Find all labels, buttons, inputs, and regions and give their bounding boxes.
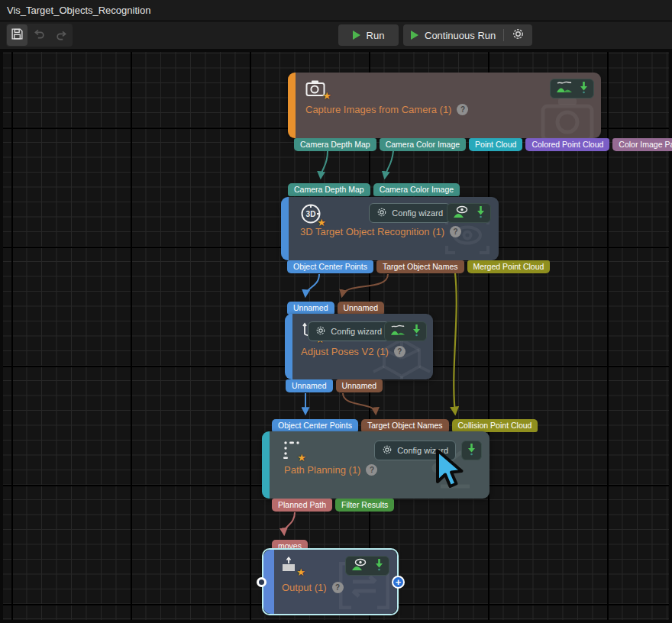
star-badge-icon: ★ [296, 567, 305, 578]
node-color-bar [262, 431, 270, 499]
port-in-unnamed-2[interactable]: Unnamed [338, 302, 385, 315]
help-badge[interactable]: ? [450, 226, 461, 237]
node-output[interactable]: ★ Output (1) ? + [263, 550, 397, 614]
adjust-input-ports: Unnamed Unnamed [287, 302, 384, 315]
help-badge[interactable]: ? [394, 346, 405, 357]
node-title-label: Capture Images from Camera (1) [305, 104, 451, 115]
run-button[interactable]: Run [338, 24, 399, 46]
mouse-cursor [432, 448, 472, 499]
node-title-label: Adjust Poses V2 (1) [301, 346, 389, 357]
save-button[interactable] [7, 24, 27, 46]
recognition-output-ports: Object Center Points Target Object Names… [287, 260, 550, 273]
port-object-center-points[interactable]: Object Center Points [287, 260, 373, 273]
adjust-output-ports: Unnamed Unnamed [286, 379, 383, 392]
wire-target-object-names[interactable] [342, 274, 388, 295]
file-history-button-group [6, 24, 73, 47]
wire-planned-path[interactable] [284, 512, 295, 534]
svg-text:3D: 3D [306, 210, 316, 218]
download-result-icon[interactable] [375, 558, 383, 574]
node-action-group [345, 556, 389, 576]
run-button-label: Run [367, 30, 385, 41]
gear-icon [376, 207, 387, 219]
toolbar: Run Continuous Run [0, 21, 672, 49]
node-body: ★ Output (1) ? [274, 550, 397, 614]
node-body: ★ Capture Images from Camera (1) ? [296, 73, 601, 138]
capture-output-ports: Camera Depth Map Camera Color Image Poin… [294, 138, 672, 151]
node-color-bar [288, 73, 296, 138]
path-planning-input-ports: Object Center Points Target Object Names… [272, 419, 538, 432]
wire-unnamed-brown[interactable] [343, 393, 376, 413]
divider [503, 29, 504, 41]
port-in-collision-point-cloud[interactable]: Collision Point Cloud [452, 419, 538, 432]
recognition-input-ports: Camera Depth Map Camera Color Image [288, 183, 460, 196]
help-badge[interactable]: ? [366, 464, 377, 476]
wire-merged-point-cloud[interactable] [454, 273, 456, 413]
window-titlebar: Vis_Target_Objects_Recognition [0, 0, 672, 21]
config-wizard-label: Config wizard [331, 327, 382, 336]
star-badge-icon: ★ [297, 452, 306, 463]
port-camera-color-image[interactable]: Camera Color Image [380, 138, 466, 151]
undo-icon [33, 27, 46, 44]
node-action-group [384, 321, 427, 341]
node-body: 3D ★ Config wizard 3D Target Object Reco… [289, 197, 499, 260]
visibility-eye-icon[interactable] [453, 205, 470, 221]
port-camera-depth-map[interactable]: Camera Depth Map [294, 138, 376, 151]
port-in-camera-depth-map[interactable]: Camera Depth Map [288, 183, 370, 196]
continuous-run-label: Continuous Run [425, 30, 496, 41]
config-wizard-button[interactable]: Config wizard [369, 203, 451, 223]
wire-camera-depth-map[interactable] [321, 151, 328, 177]
port-out-unnamed-2[interactable]: Unnamed [336, 379, 383, 392]
redo-button[interactable] [51, 24, 72, 46]
save-icon [11, 27, 24, 44]
config-wizard-button[interactable]: Config wizard [308, 321, 389, 341]
help-badge[interactable]: ? [332, 582, 344, 593]
camera-watermark-icon [540, 95, 595, 138]
graph-canvas[interactable]: ★ Capture Images from Camera (1) ? Camer… [0, 49, 672, 623]
download-result-icon[interactable] [412, 324, 421, 340]
port-out-unnamed-1[interactable]: Unnamed [286, 379, 333, 392]
port-target-object-names[interactable]: Target Object Names [376, 260, 464, 273]
output-icon: ★ [281, 556, 301, 574]
port-filter-results[interactable]: Filter Results [335, 499, 394, 512]
port-in-object-center-points[interactable]: Object Center Points [272, 419, 358, 432]
node-title-label: Path Planning (1) [284, 464, 360, 476]
node-title-label: 3D Target Object Recognition (1) [300, 226, 444, 237]
port-point-cloud[interactable]: Point Cloud [469, 138, 522, 151]
port-color-image-path[interactable]: Color Image Path [612, 138, 672, 151]
help-badge[interactable]: ? [457, 104, 468, 115]
config-wizard-label: Config wizard [392, 208, 443, 218]
visibility-eye-icon[interactable] [351, 558, 368, 574]
node-color-bar [285, 314, 292, 379]
node-adjust-poses-v2[interactable]: ★ Config wizard Adjust Poses V2 (1) ? [285, 314, 433, 379]
port-in-camera-color-image[interactable]: Camera Color Image [373, 183, 460, 196]
redo-icon [55, 29, 68, 42]
visualization-image-icon[interactable] [390, 324, 405, 339]
port-in-target-object-names[interactable]: Target Object Names [361, 419, 449, 432]
gear-icon [382, 444, 393, 457]
download-result-icon[interactable] [477, 205, 485, 221]
node-color-bar [281, 197, 289, 260]
port-in-unnamed-1[interactable]: Unnamed [287, 302, 334, 315]
download-result-icon[interactable] [580, 81, 588, 97]
node-capture-images-from-camera[interactable]: ★ Capture Images from Camera (1) ? [288, 73, 601, 138]
wire-camera-color-image[interactable] [385, 151, 393, 177]
node-title-label: Output (1) [282, 582, 327, 593]
continuous-run-button[interactable]: Continuous Run [403, 24, 532, 46]
node-3d-target-object-recognition[interactable]: 3D ★ Config wizard 3D Target Object Reco… [281, 197, 499, 260]
node-action-group [550, 79, 594, 98]
port-merged-point-cloud[interactable]: Merged Point Cloud [467, 260, 551, 273]
visualization-image-icon[interactable] [556, 81, 573, 96]
3d-recognition-icon: 3D ★ [300, 203, 321, 224]
node-action-group [447, 203, 491, 223]
path-planning-icon: ★ [282, 440, 302, 460]
node-left-connection-handle[interactable] [257, 577, 267, 587]
run-settings-gear-icon[interactable] [512, 27, 525, 43]
node-right-connection-handle[interactable]: + [392, 576, 405, 589]
node-body: ★ Config wizard Adjust Poses V2 (1) ? [292, 314, 433, 379]
wire-object-center-points[interactable] [305, 274, 319, 295]
port-colored-point-cloud[interactable]: Colored Point Cloud [525, 138, 609, 151]
undo-button[interactable] [29, 24, 50, 46]
camera-icon: ★ [305, 79, 327, 98]
play-icon [353, 31, 360, 40]
port-planned-path[interactable]: Planned Path [272, 499, 332, 512]
